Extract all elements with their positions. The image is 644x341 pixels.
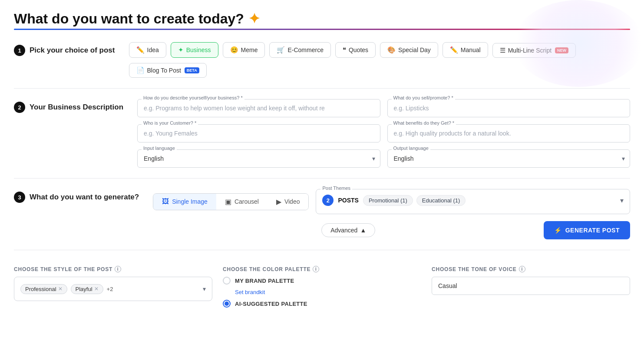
output-language-wrapper: English Spanish French <box>387 149 631 168</box>
palette-ai-option[interactable]: AI-SUGGESTED PALETTE <box>223 300 421 308</box>
generate-post-button[interactable]: ⚡ GENERATE POST <box>544 221 630 239</box>
tab-carousel[interactable]: ▣ Carousel <box>216 194 268 210</box>
theme-tags: Promotional (1) Educational (1) <box>363 195 466 206</box>
tone-info-icon[interactable]: i <box>519 266 525 272</box>
step3-number: 3 <box>14 192 25 203</box>
step2-content: How do you describe yourself/your busine… <box>137 99 630 168</box>
style-label: CHOOSE THE STYLE OF THE POST i <box>14 266 212 272</box>
style-tag-playful: Playful ✕ <box>71 284 103 294</box>
meme-icon: 😊 <box>230 46 238 54</box>
advanced-options-panel: CHOOSE THE STYLE OF THE POST i Professio… <box>14 261 630 311</box>
step1-content: ✏️ Idea ✦ Business 😊 Meme 🛒 E-Commerce ❝ <box>129 42 631 78</box>
format-tabs: 🖼 Single Image ▣ Carousel ▶ Video <box>153 193 309 210</box>
sell-promote-field: What do you sell/promote? * <box>387 99 631 117</box>
palette-ai-radio-inner <box>225 301 229 306</box>
style-selector[interactable]: Professional ✕ Playful ✕ +2 ▾ <box>14 277 212 301</box>
set-brandkit-link[interactable]: Set brandkit <box>235 289 421 295</box>
playful-remove-icon[interactable]: ✕ <box>94 286 99 292</box>
professional-label: Professional <box>25 286 56 292</box>
divider-2 <box>14 178 630 179</box>
posts-text: POSTS <box>338 197 358 204</box>
post-type-manual[interactable]: ✏️ Manual <box>443 42 488 58</box>
single-image-icon: 🖼 <box>162 198 169 205</box>
sparkle-icon: ✦ <box>248 10 260 27</box>
form-row-1: How do you describe yourself/your busine… <box>137 99 630 117</box>
form-row-3: Input language English Spanish French Ou… <box>137 149 630 168</box>
step1-title: Pick your choice of post <box>30 46 115 55</box>
meme-label: Meme <box>241 46 258 53</box>
advanced-btn-wrapper: Advanced ▲ <box>153 223 544 237</box>
title-divider <box>14 29 630 30</box>
output-language-select[interactable]: English Spanish French <box>387 149 631 168</box>
post-themes-label: Post Themes <box>320 185 352 191</box>
special-day-icon: 🎨 <box>387 46 396 54</box>
advanced-label: Advanced <box>330 227 357 234</box>
style-plus-badge: +2 <box>107 286 113 292</box>
quotes-icon: ❝ <box>343 46 346 54</box>
tab-single-image[interactable]: 🖼 Single Image <box>153 194 216 210</box>
carousel-label: Carousel <box>234 198 259 205</box>
video-label: Video <box>284 198 300 205</box>
sell-promote-label: What do you sell/promote? * <box>392 95 455 100</box>
advanced-button[interactable]: Advanced ▲ <box>321 223 375 237</box>
input-language-select[interactable]: English Spanish French <box>137 149 380 168</box>
sell-promote-input[interactable] <box>387 99 631 117</box>
advanced-generate-row: Advanced ▲ ⚡ GENERATE POST <box>153 221 630 239</box>
professional-remove-icon[interactable]: ✕ <box>58 286 63 292</box>
post-type-meme[interactable]: 😊 Meme <box>223 42 265 58</box>
palette-brand-radio <box>223 277 231 285</box>
palette-brand-option[interactable]: MY BRAND PALETTE <box>223 277 421 285</box>
palette-info-icon[interactable]: i <box>313 266 319 272</box>
step1-label: 1 Pick your choice of post <box>14 42 115 56</box>
business-label: Business <box>186 46 211 53</box>
form-row-2: Who is your Customer? * What benefits do… <box>137 124 630 142</box>
special-day-label: Special Day <box>398 46 431 53</box>
manual-icon: ✏️ <box>450 46 458 54</box>
palette-label: CHOOSE THE COLOR PALETTE i <box>223 266 421 272</box>
new-badge: NEW <box>555 47 568 53</box>
step2-section: 2 Your Business Description How do you d… <box>14 99 630 168</box>
style-info-icon[interactable]: i <box>115 266 121 272</box>
palette-brand-label: MY BRAND PALETTE <box>235 278 294 284</box>
divider-1 <box>14 88 630 89</box>
post-type-idea[interactable]: ✏️ Idea <box>129 42 166 58</box>
post-type-blog-to-post[interactable]: 📄 Blog To Post BETA <box>129 63 207 78</box>
customer-input[interactable] <box>137 124 380 142</box>
page-title-text: What do you want to create today? <box>14 11 244 27</box>
palette-options: MY BRAND PALETTE Set brandkit AI-SUGGEST… <box>223 277 421 308</box>
post-type-buttons: ✏️ Idea ✦ Business 😊 Meme 🛒 E-Commerce ❝ <box>129 42 631 78</box>
business-desc-input[interactable] <box>137 99 380 117</box>
post-type-multi-line[interactable]: ☰ Multi-Line Script NEW <box>492 43 576 58</box>
customer-label: Who is your Customer? * <box>142 120 198 126</box>
ecommerce-label: E-Commerce <box>287 46 323 53</box>
post-type-business[interactable]: ✦ Business <box>171 42 218 58</box>
idea-label: Idea <box>147 46 159 53</box>
style-tag-professional: Professional ✕ <box>20 284 67 294</box>
post-themes-box: Post Themes 2 POSTS Promotional (1) Educ… <box>316 189 630 214</box>
themes-chevron-icon[interactable]: ▾ <box>620 196 624 205</box>
style-dropdown-icon[interactable]: ▾ <box>203 285 206 292</box>
step3-label: 3 What do you want to generate? <box>14 189 139 203</box>
input-language-label: Input language <box>142 146 177 151</box>
generate-label: GENERATE POST <box>565 227 620 234</box>
post-type-ecommerce[interactable]: 🛒 E-Commerce <box>269 42 330 58</box>
video-icon: ▶ <box>276 198 281 206</box>
post-type-special-day[interactable]: 🎨 Special Day <box>380 42 438 58</box>
palette-ai-radio <box>223 300 231 308</box>
tab-video[interactable]: ▶ Video <box>268 194 309 210</box>
theme-tag-promotional: Promotional (1) <box>363 195 413 206</box>
tone-label: CHOOSE THE TONE OF VOICE i <box>432 266 630 272</box>
step2-title: Your Business Description <box>30 103 123 112</box>
palette-section: CHOOSE THE COLOR PALETTE i MY BRAND PALE… <box>223 266 421 308</box>
tone-section: CHOOSE THE TONE OF VOICE i <box>432 266 630 308</box>
step2-number: 2 <box>14 102 25 113</box>
step1-number: 1 <box>14 45 25 56</box>
tone-input[interactable] <box>432 277 630 295</box>
theme-tag-educational: Educational (1) <box>416 195 466 206</box>
step3-title: What do you want to generate? <box>30 193 139 202</box>
page-title: What do you want to create today? ✦ <box>14 10 630 27</box>
post-type-quotes[interactable]: ❝ Quotes <box>335 42 376 58</box>
output-language-label: Output language <box>392 146 430 151</box>
benefits-input[interactable] <box>387 124 631 142</box>
single-image-label: Single Image <box>172 198 208 205</box>
